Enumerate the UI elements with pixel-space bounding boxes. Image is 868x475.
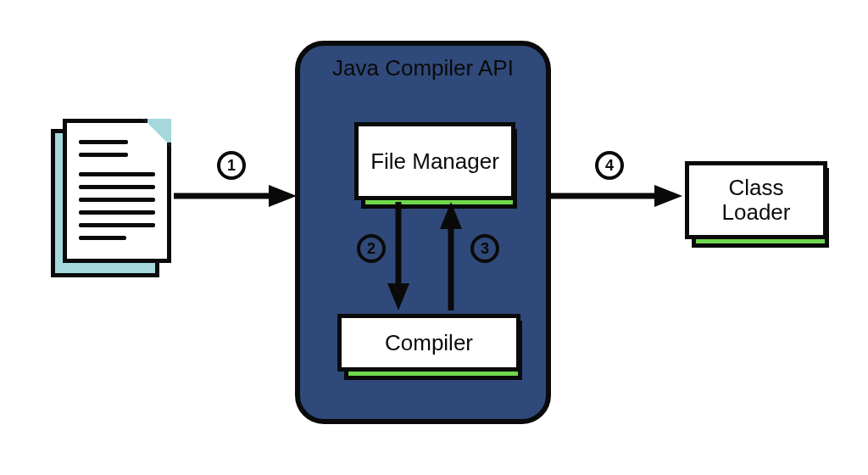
svg-marker-7 [654,185,682,207]
box-label: File Manager [370,149,499,174]
arrow-3 [438,202,464,312]
step-badge-1: 1 [217,151,246,180]
box-label: Compiler [385,331,473,355]
step-label: 1 [227,157,236,175]
box-label: Class Loader [696,176,816,224]
step-badge-4: 4 [595,151,624,180]
step-badge-2: 2 [357,234,386,263]
svg-marker-3 [387,283,409,310]
step-label: 3 [481,240,489,258]
java-compiler-api-container: Java Compiler API File Manager Compiler [295,41,551,424]
step-badge-3: 3 [470,234,499,263]
container-title: Java Compiler API [300,56,546,81]
arrow-2 [386,202,411,312]
step-label: 4 [605,157,614,175]
svg-marker-5 [440,202,462,229]
diagram-canvas: 1 Java Compiler API File Manager Compile… [0,0,868,475]
arrow-4 [551,183,682,209]
arrow-1 [174,183,297,209]
step-label: 2 [367,240,376,258]
svg-marker-1 [269,185,297,207]
